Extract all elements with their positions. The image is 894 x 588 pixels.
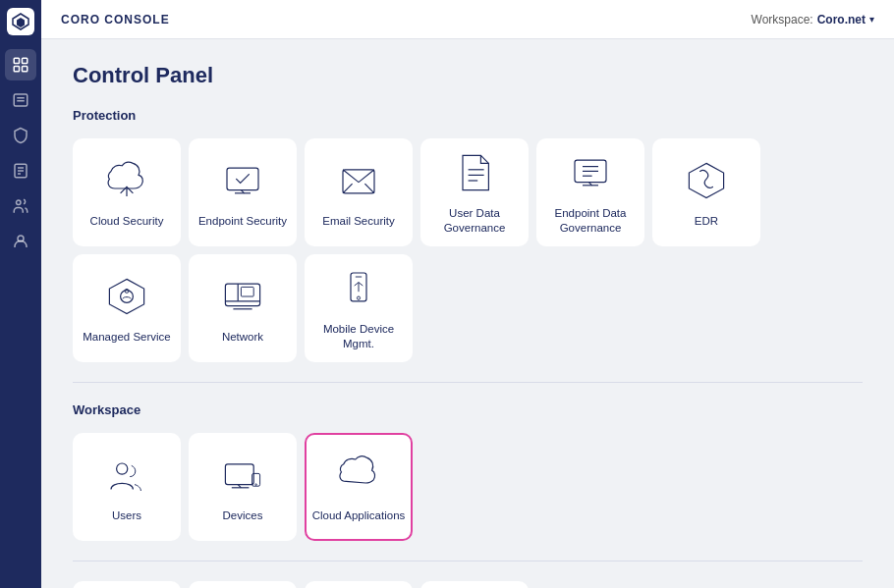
card-label-cloud-security: Cloud Security	[90, 214, 164, 229]
svg-rect-14	[227, 168, 258, 189]
app-header: CORO CONSOLE Workspace: Coro.net ▾	[41, 0, 894, 39]
section-label-workspace: Workspace	[73, 402, 863, 417]
chevron-down-icon: ▾	[869, 14, 874, 25]
divider-1	[73, 382, 863, 383]
svg-point-45	[255, 483, 257, 485]
svg-line-18	[343, 184, 353, 193]
card-users[interactable]: Users	[73, 433, 181, 541]
svg-rect-1	[23, 58, 28, 63]
card-label-endpoint-data-governance: Endpoint Data Governance	[538, 206, 643, 236]
svg-rect-3	[23, 67, 28, 72]
card-access-control[interactable]: Access Control	[73, 581, 181, 588]
card-label-edr: EDR	[695, 214, 718, 229]
page-title: Control Panel	[73, 63, 863, 88]
svg-point-37	[357, 296, 360, 299]
sidebar-item-shield[interactable]	[5, 120, 36, 151]
card-email-security[interactable]: Email Security	[305, 138, 413, 246]
header-brand: CORO CONSOLE	[61, 13, 170, 27]
section-label-protection: Protection	[73, 108, 863, 123]
sidebar-item-list[interactable]	[5, 84, 36, 116]
card-label-users: Users	[112, 508, 141, 523]
card-label-email-security: Email Security	[322, 214, 395, 229]
sidebar-item-user[interactable]	[5, 226, 36, 257]
card-label-mobile-device-mgmt: Mobile Device Mgmt.	[307, 322, 411, 351]
card-cloud-security[interactable]: Cloud Security	[73, 138, 181, 246]
card-reports[interactable]: Reports	[420, 581, 529, 588]
card-label-user-data-governance: User Data Governance	[422, 206, 527, 236]
svg-rect-0	[14, 58, 19, 63]
card-activity-logs[interactable]: Activity Logs	[189, 581, 297, 588]
card-label-endpoint-security: Endpoint Security	[198, 214, 287, 229]
svg-point-11	[17, 200, 22, 205]
card-managed-service[interactable]: Managed Service	[73, 254, 181, 362]
workspace-grid: Users Devices Cloud Applications	[73, 433, 863, 541]
svg-rect-2	[14, 67, 19, 72]
sidebar-item-users[interactable]	[5, 190, 36, 222]
sidebar	[0, 0, 41, 588]
card-network[interactable]: Network	[189, 254, 297, 362]
workspace-selector[interactable]: Workspace: Coro.net ▾	[752, 13, 874, 27]
card-edr[interactable]: EDR	[652, 138, 760, 246]
card-user-data-governance[interactable]: User Data Governance	[420, 138, 529, 246]
workspace-label: Workspace:	[752, 13, 813, 27]
card-mobile-device-mgmt[interactable]: Mobile Device Mgmt.	[305, 254, 413, 362]
content-area: Control Panel Protection Cloud Security	[41, 39, 894, 588]
app-logo[interactable]	[7, 8, 34, 35]
card-connectors[interactable]: Connectors	[305, 581, 413, 588]
protection-grid: Cloud Security Endpoint Security	[73, 138, 863, 362]
card-label-network: Network	[222, 330, 263, 345]
card-endpoint-data-governance[interactable]: Endpoint Data Governance	[536, 138, 644, 246]
svg-point-29	[121, 290, 134, 302]
workspace-name: Coro.net	[817, 13, 866, 27]
card-endpoint-security[interactable]: Endpoint Security	[189, 138, 297, 246]
main-area: CORO CONSOLE Workspace: Coro.net ▾ Contr…	[41, 0, 894, 588]
svg-point-40	[117, 463, 128, 474]
card-devices[interactable]: Devices	[189, 433, 297, 541]
sidebar-item-dashboard[interactable]	[5, 49, 36, 80]
svg-rect-41	[225, 463, 253, 484]
divider-2	[73, 561, 863, 561]
svg-line-19	[364, 184, 374, 193]
card-cloud-applications[interactable]: Cloud Applications	[305, 433, 413, 541]
card-label-devices: Devices	[223, 508, 263, 523]
sidebar-item-reports[interactable]	[5, 155, 36, 187]
svg-rect-35	[241, 287, 253, 296]
bottom-grid: Access Control Activity Logs	[73, 581, 863, 588]
card-label-cloud-applications: Cloud Applications	[312, 508, 406, 523]
card-label-managed-service: Managed Service	[83, 330, 171, 345]
